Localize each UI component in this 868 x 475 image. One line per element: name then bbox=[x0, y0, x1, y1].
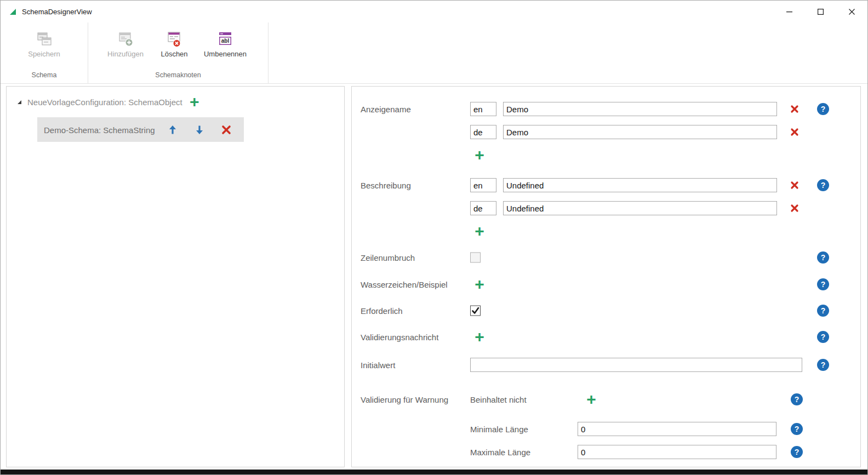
anzeigename-add-row: + bbox=[352, 148, 860, 162]
erforderlich-help-button[interactable]: ? bbox=[817, 305, 829, 317]
tree-item-label: Demo-Schema: SchemaString bbox=[44, 125, 155, 134]
beschreibung-de-lang-input[interactable] bbox=[470, 201, 496, 215]
beschreibung-de-remove-button[interactable] bbox=[790, 204, 799, 213]
beschreibung-row-en: Beschreibung ? bbox=[352, 178, 860, 192]
check-icon bbox=[471, 307, 479, 315]
beschreibung-label: Beschreibung bbox=[361, 181, 411, 190]
ribbon-group-label-schemaknoten: Schemaknoten bbox=[88, 71, 268, 79]
wasserzeichen-help-button[interactable]: ? bbox=[817, 278, 829, 290]
app-icon bbox=[8, 7, 18, 16]
tree-root-label: NeueVorlageConfiguration: SchemaObject bbox=[27, 98, 182, 107]
ribbon-group-schemaknoten: Hinzufügen Löschen bbox=[88, 22, 269, 83]
ribbon-group-label-schema: Schema bbox=[1, 71, 88, 79]
titlebar: SchemaDesignerView bbox=[1, 1, 867, 22]
initialwert-label: Initialwert bbox=[361, 360, 395, 370]
validierungsnachricht-help-button[interactable]: ? bbox=[817, 331, 829, 343]
max-laenge-input[interactable] bbox=[578, 445, 776, 459]
schema-tree-panel: NeueVorlageConfiguration: SchemaObject +… bbox=[6, 86, 345, 467]
max-laenge-row: Maximale Länge ? bbox=[352, 445, 860, 459]
app-window: SchemaDesignerView bbox=[0, 0, 868, 475]
wasserzeichen-label: Wasserzeichen/Beispiel bbox=[361, 280, 448, 289]
warnung-row: Validierung für Warnung Beinhaltet nicht… bbox=[352, 392, 860, 407]
anzeigename-en-remove-button[interactable] bbox=[790, 105, 799, 113]
wasserzeichen-row: Wasserzeichen/Beispiel + ? bbox=[352, 277, 860, 291]
zeilenumbruch-label: Zeilenumbruch bbox=[361, 253, 415, 262]
save-button-label: Speichern bbox=[28, 50, 60, 58]
validierungsnachricht-add-button[interactable]: + bbox=[472, 331, 487, 343]
beschreibung-de-value-input[interactable] bbox=[503, 201, 777, 215]
ribbon-group-schema: Speichern Schema bbox=[1, 22, 88, 83]
delete-node-ribbon-button[interactable]: Löschen bbox=[153, 29, 196, 58]
beschreibung-en-value-input[interactable] bbox=[503, 178, 777, 192]
anzeigename-de-value-input[interactable] bbox=[503, 125, 777, 139]
window-bottom-edge bbox=[1, 470, 867, 474]
anzeigename-row-de bbox=[352, 125, 860, 139]
delete-node-ribbon-label: Löschen bbox=[161, 50, 187, 58]
properties-panel: Anzeigename ? + Beschreibung bbox=[351, 86, 861, 467]
tree-item-demo-schema[interactable]: Demo-Schema: SchemaString bbox=[37, 117, 244, 142]
ribbon: Speichern Schema bbox=[1, 22, 867, 84]
erforderlich-label: Erforderlich bbox=[361, 306, 403, 316]
initialwert-help-button[interactable]: ? bbox=[817, 359, 829, 371]
anzeigename-help-button[interactable]: ? bbox=[817, 103, 829, 115]
save-icon bbox=[36, 30, 53, 48]
add-node-ribbon-button[interactable]: Hinzufügen bbox=[98, 29, 153, 58]
close-button[interactable] bbox=[836, 1, 867, 22]
delete-node-icon bbox=[165, 30, 183, 48]
validierungsnachricht-row: Validierungsnachricht + ? bbox=[352, 330, 860, 344]
save-button[interactable]: Speichern bbox=[17, 29, 72, 58]
rename-node-ribbon-button[interactable]: abl Umbenennen bbox=[196, 29, 255, 58]
minimize-button[interactable] bbox=[774, 1, 805, 22]
min-laenge-input[interactable] bbox=[578, 422, 776, 436]
min-laenge-label: Minimale Länge bbox=[470, 425, 528, 434]
max-laenge-label: Maximale Länge bbox=[470, 448, 530, 457]
zeilenumbruch-row: Zeilenumbruch ? bbox=[352, 250, 860, 265]
min-laenge-help-button[interactable]: ? bbox=[791, 423, 803, 435]
add-node-ribbon-label: Hinzufügen bbox=[107, 50, 144, 58]
move-down-button[interactable] bbox=[195, 124, 204, 135]
initialwert-input[interactable] bbox=[470, 358, 802, 372]
warnung-add-button[interactable]: + bbox=[584, 393, 598, 405]
move-up-button[interactable] bbox=[168, 124, 178, 135]
max-laenge-help-button[interactable]: ? bbox=[791, 446, 803, 458]
add-node-icon bbox=[117, 30, 134, 48]
beschreibung-row-de bbox=[352, 201, 860, 215]
anzeigename-de-lang-input[interactable] bbox=[470, 125, 496, 139]
wasserzeichen-add-button[interactable]: + bbox=[472, 278, 487, 290]
window-controls bbox=[774, 1, 867, 22]
anzeigename-label: Anzeigename bbox=[361, 105, 411, 114]
anzeigename-row-en: Anzeigename ? bbox=[352, 102, 860, 116]
initialwert-row: Initialwert ? bbox=[352, 358, 860, 372]
warnung-help-button[interactable]: ? bbox=[791, 393, 803, 405]
close-icon bbox=[849, 9, 855, 15]
min-laenge-row: Minimale Länge ? bbox=[352, 422, 860, 436]
anzeigename-add-button[interactable]: + bbox=[472, 149, 487, 161]
maximize-button[interactable] bbox=[805, 1, 836, 22]
svg-text:abl: abl bbox=[221, 38, 230, 44]
anzeigename-en-value-input[interactable] bbox=[503, 102, 777, 116]
beschreibung-en-lang-input[interactable] bbox=[470, 178, 496, 192]
rename-node-icon: abl bbox=[216, 30, 234, 48]
beschreibung-add-button[interactable]: + bbox=[472, 225, 487, 237]
anzeigename-en-lang-input[interactable] bbox=[470, 102, 496, 116]
ribbon-buttons-schemaknoten: Hinzufügen Löschen bbox=[88, 29, 268, 58]
warnung-label: Validierung für Warnung bbox=[361, 395, 448, 404]
ribbon-buttons-schema: Speichern bbox=[1, 29, 88, 58]
anzeigename-de-remove-button[interactable] bbox=[790, 128, 799, 136]
beschreibung-add-row: + bbox=[352, 224, 860, 238]
tree-root-item[interactable]: NeueVorlageConfiguration: SchemaObject + bbox=[16, 94, 202, 110]
add-node-button[interactable]: + bbox=[187, 96, 202, 108]
maximize-icon bbox=[818, 9, 824, 15]
rename-node-ribbon-label: Umbenennen bbox=[204, 50, 247, 58]
zeilenumbruch-checkbox[interactable] bbox=[470, 253, 481, 263]
window-title: SchemaDesignerView bbox=[22, 8, 92, 16]
minimize-icon bbox=[786, 9, 792, 15]
beschreibung-en-remove-button[interactable] bbox=[790, 181, 799, 190]
validierungsnachricht-label: Validierungsnachricht bbox=[361, 333, 438, 342]
erforderlich-row: Erforderlich ? bbox=[352, 304, 860, 318]
zeilenumbruch-help-button[interactable]: ? bbox=[817, 251, 829, 264]
expander-icon[interactable] bbox=[16, 99, 22, 105]
delete-node-button[interactable] bbox=[221, 125, 231, 135]
erforderlich-checkbox[interactable] bbox=[470, 306, 481, 316]
beschreibung-help-button[interactable]: ? bbox=[817, 179, 829, 191]
